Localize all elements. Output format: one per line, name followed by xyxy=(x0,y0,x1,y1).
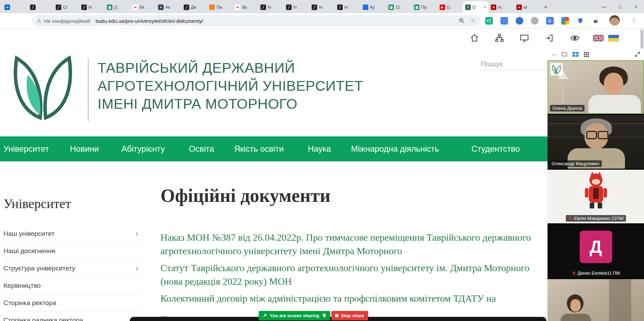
gallery-view-icon[interactable] xyxy=(572,52,579,57)
mic-muted-icon xyxy=(572,271,576,275)
browser-tab[interactable]: M Вх xyxy=(130,1,156,13)
tab-title: Сг xyxy=(63,5,75,10)
tab-title: ar xyxy=(524,5,535,10)
browser-tab[interactable]: ╱ Сг xyxy=(53,1,79,13)
browser-tab[interactable]: ▦ Пр xyxy=(412,1,437,13)
sidebar-item-label: Сторінка радника ректора xyxy=(3,316,83,321)
browser-tab[interactable]: M Вх xyxy=(232,1,258,13)
nav-item[interactable]: Абітурієнту xyxy=(121,136,165,161)
zoom-page-icon[interactable] xyxy=(459,18,465,24)
browser-menu-kebab-icon[interactable]: ⋮ xyxy=(631,17,637,24)
browser-tab[interactable]: ╱ In xyxy=(284,1,309,13)
tab-favicon xyxy=(363,5,368,10)
participant-torso xyxy=(561,314,591,321)
nav-item[interactable]: Університет xyxy=(3,136,49,161)
display-icon[interactable] xyxy=(519,33,529,43)
new-tab-button[interactable]: + xyxy=(541,2,551,12)
tab-favicon: M xyxy=(235,5,240,10)
window-controls: — □ × xyxy=(596,0,644,13)
languagetool-extension-icon[interactable]: LT xyxy=(484,16,494,26)
browser-tab[interactable]: А ar xyxy=(514,1,540,13)
browser-tab[interactable]: ╱ In xyxy=(309,1,335,13)
sidebar-item[interactable]: Наш університет › xyxy=(3,225,141,242)
browser-tab[interactable]: ▶ (1 xyxy=(437,1,463,13)
browser-tab[interactable]: ▦ (1 xyxy=(104,1,130,13)
sidebar-item[interactable]: Керівництво xyxy=(3,277,141,294)
university-logo-watermark xyxy=(550,63,563,75)
flag-uk-icon[interactable] xyxy=(593,35,604,42)
url-text[interactable]: tsatu.edu.ua/pro-universytet/ofciini-dok… xyxy=(96,18,203,24)
browser-tab[interactable]: ╱ In xyxy=(79,1,104,13)
extension-icon-gray-dot[interactable] xyxy=(530,16,540,26)
browser-tab[interactable]: ╱ Де xyxy=(181,1,207,13)
extension-icon-blue-dot[interactable] xyxy=(515,16,524,26)
nav-item[interactable]: Якість освіти xyxy=(234,136,284,161)
security-label: Не конфіденційний xyxy=(44,18,90,24)
participant-name-label: Олександр Мацулевич xyxy=(549,160,602,167)
sidebar-item[interactable]: Структура університету › xyxy=(3,260,141,277)
tab-favicon: А xyxy=(516,5,522,10)
nav-item[interactable]: Освіта xyxy=(189,136,214,161)
avatar-tile-yevhen[interactable]: Євген Макаренко 21ПМ xyxy=(548,170,644,223)
browser-tab[interactable]: Па xyxy=(207,1,232,13)
stop-share-button[interactable]: Stop share xyxy=(331,311,368,320)
sidebar-item[interactable]: Наші досягнення xyxy=(3,242,141,260)
speaker-view-icon[interactable] xyxy=(562,52,567,56)
participant-name-label: Олена Дереза xyxy=(550,105,585,112)
sitemap-icon[interactable] xyxy=(495,33,504,43)
extension-icon-blue-square[interactable] xyxy=(499,16,509,26)
home-icon[interactable] xyxy=(470,33,479,43)
avatar-tile-denys[interactable]: Д Денис Беляев11 ПМ xyxy=(548,224,644,278)
site-title[interactable]: ТАВРІЙСЬКИЙ ДЕРЖАВНИЙ АГРОТЕХНОЛОГІЧНИЙ … xyxy=(98,59,363,113)
panel-minimize-icon[interactable]: — xyxy=(552,52,556,57)
participant-face xyxy=(570,299,581,312)
tab-favicon: ▦ xyxy=(107,5,112,10)
sidebar-item-label: Сторінка ректора xyxy=(3,299,56,307)
sidebar-item[interactable]: Сторінка ректора xyxy=(3,294,141,312)
video-tile-partial[interactable] xyxy=(548,279,644,321)
window-minimize-button[interactable]: — xyxy=(596,0,612,13)
nav-item[interactable]: Наука xyxy=(308,136,331,161)
nav-item[interactable]: Новини xyxy=(70,136,99,161)
screen-sharing-indicator: You are screen sharing xyxy=(259,311,330,320)
sign-in-icon[interactable] xyxy=(544,33,554,43)
tab-favicon: ╱ xyxy=(312,5,317,10)
grid-view-icon[interactable] xyxy=(584,52,589,57)
colorful-grid-extension-icon[interactable] xyxy=(560,16,570,26)
bookmark-star-icon[interactable]: ☆ xyxy=(470,17,476,25)
participant-name-label: Євген Макаренко 21ПМ xyxy=(565,215,626,222)
stop-icon xyxy=(335,314,338,317)
omnibox[interactable]: ⚠ Не конфіденційний tsatu.edu.ua/pro-uni… xyxy=(32,15,481,26)
browser-tab[interactable]: А Ак xyxy=(156,1,181,13)
window-maximize-button[interactable]: □ xyxy=(612,0,628,13)
browser-tab[interactable]: А кс xyxy=(488,1,514,13)
browser-tab[interactable]: Ку xyxy=(360,1,386,13)
translate-extension-icon[interactable]: G xyxy=(545,16,555,26)
security-warning-icon[interactable]: ⚠ xyxy=(37,18,41,24)
video-tile-olena[interactable]: Олена Дереза xyxy=(548,60,644,114)
shield-extension-icon[interactable] xyxy=(576,16,585,26)
video-tile-oleksandr[interactable]: Олександр Мацулевич xyxy=(548,115,644,169)
nav-item[interactable]: Міжнародна діяльність xyxy=(351,136,439,161)
browser-tab[interactable]: ╱ In xyxy=(258,1,284,13)
sidebar-item-label: Керівництво xyxy=(3,282,41,289)
window-close-button[interactable]: × xyxy=(628,0,644,13)
browser-tab[interactable]: ╱ In xyxy=(335,1,360,13)
glasses-left-lens xyxy=(586,131,597,139)
browser-tab[interactable]: in xyxy=(2,1,28,13)
browser-tab[interactable]: Т О × xyxy=(463,1,488,13)
tab-favicon: ▶ xyxy=(440,5,445,10)
accessibility-eye-icon[interactable] xyxy=(570,33,580,43)
nav-item[interactable]: Студентство xyxy=(471,136,520,161)
sidebar-item-label: Наші досягнення xyxy=(3,247,55,255)
flag-ua-icon[interactable] xyxy=(608,35,619,42)
sidebar-item[interactable]: Сторінка радника ректора xyxy=(3,312,141,321)
profile-avatar[interactable] xyxy=(609,15,620,26)
university-logo[interactable] xyxy=(8,51,77,121)
browser-tab[interactable]: ▦ 11 xyxy=(386,1,412,13)
tab-close-icon[interactable]: × xyxy=(484,5,486,10)
tab-favicon: ▦ xyxy=(388,5,394,10)
expand-panel-icon[interactable] xyxy=(635,52,640,57)
extensions-puzzle-icon[interactable] xyxy=(591,16,600,26)
browser-tab[interactable]: ╱ xyxy=(28,1,53,13)
